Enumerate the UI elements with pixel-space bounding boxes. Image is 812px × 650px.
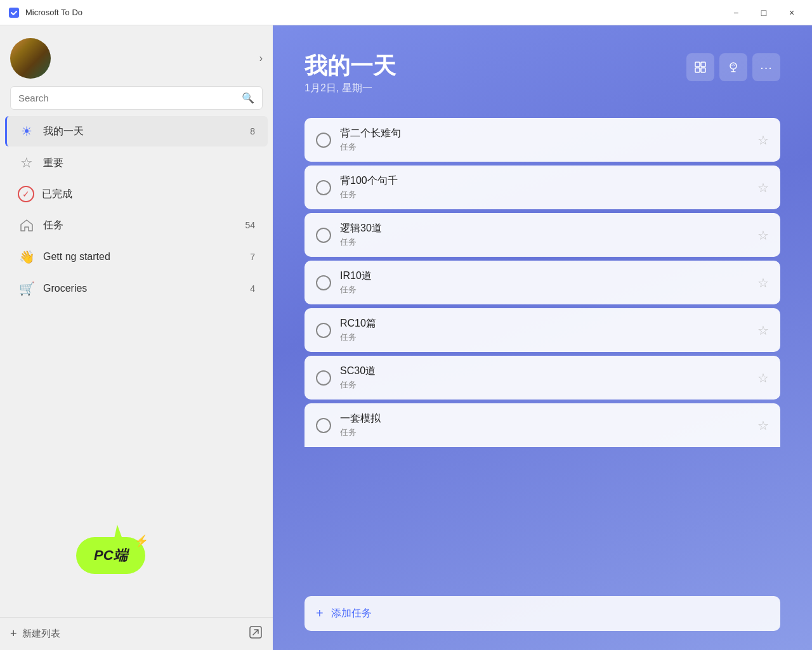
page-subtitle: 1月2日, 星期一 bbox=[304, 82, 686, 95]
svg-rect-4 bbox=[695, 68, 700, 72]
table-row[interactable]: 一套模拟 任务 ☆ bbox=[304, 403, 780, 447]
task-title-4: IR10道 bbox=[340, 270, 749, 283]
sidebar-item-label-getting-started: Gett ng started bbox=[43, 251, 250, 263]
sidebar-item-count-my-day: 8 bbox=[250, 126, 255, 136]
table-row[interactable]: 逻辑30道 任务 ☆ bbox=[304, 213, 780, 257]
sidebar-item-label-completed: 已完成 bbox=[42, 188, 255, 201]
task-star-1[interactable]: ☆ bbox=[757, 133, 769, 148]
task-info-6: SC30道 任务 bbox=[340, 365, 749, 391]
new-list-button[interactable]: + 新建列表 bbox=[10, 627, 60, 640]
suggest-button[interactable] bbox=[719, 53, 747, 81]
task-checkbox-4[interactable] bbox=[316, 275, 331, 290]
lightning-icon: ⚡ bbox=[134, 534, 148, 548]
app-logo-icon bbox=[8, 6, 20, 19]
task-subtitle-6: 任务 bbox=[340, 379, 749, 391]
window-controls: − □ × bbox=[723, 3, 804, 22]
sidebar-item-label-tasks: 任务 bbox=[43, 219, 245, 232]
sun-icon: ☀ bbox=[18, 122, 36, 140]
search-bar[interactable]: 🔍 bbox=[10, 86, 263, 110]
task-info-3: 逻辑30道 任务 bbox=[340, 222, 749, 248]
task-title-7: 一套模拟 bbox=[340, 412, 749, 426]
minimize-button[interactable]: − bbox=[723, 3, 749, 22]
sidebar-item-completed[interactable]: ✓ 已完成 bbox=[5, 179, 268, 209]
task-title-5: RC10篇 bbox=[340, 317, 749, 330]
svg-rect-0 bbox=[9, 8, 19, 18]
task-checkbox-6[interactable] bbox=[316, 370, 331, 386]
sidebar-item-important[interactable]: ☆ 重要 bbox=[5, 148, 268, 178]
cart-icon: 🛒 bbox=[18, 280, 36, 297]
task-star-2[interactable]: ☆ bbox=[757, 180, 769, 195]
svg-rect-2 bbox=[695, 62, 700, 67]
task-checkbox-2[interactable] bbox=[316, 180, 331, 195]
sidebar-item-label-groceries: Groceries bbox=[43, 283, 250, 294]
svg-point-6 bbox=[730, 63, 737, 69]
profile-expand-icon[interactable]: › bbox=[259, 53, 263, 64]
task-info-7: 一套模拟 任务 bbox=[340, 412, 749, 438]
task-info-2: 背100个句千 任务 bbox=[340, 174, 749, 200]
task-star-6[interactable]: ☆ bbox=[757, 370, 769, 386]
add-task-bar[interactable]: + 添加任务 bbox=[304, 596, 780, 631]
new-list-label: 新建列表 bbox=[22, 628, 60, 640]
annotation-text: PC端 bbox=[94, 547, 128, 563]
page-title: 我的一天 bbox=[304, 51, 686, 82]
app-title: Microsoft To Do bbox=[25, 8, 723, 17]
task-subtitle-4: 任务 bbox=[340, 284, 749, 296]
task-star-5[interactable]: ☆ bbox=[757, 323, 769, 338]
task-star-4[interactable]: ☆ bbox=[757, 275, 769, 290]
task-checkbox-5[interactable] bbox=[316, 323, 331, 338]
table-row[interactable]: 背二个长难句 任务 ☆ bbox=[304, 118, 780, 162]
task-title-1: 背二个长难句 bbox=[340, 127, 749, 140]
sidebar: › 🔍 ☀ 我的一天 8 ☆ 重要 ✓ 已完成 bbox=[0, 25, 273, 650]
table-row[interactable]: RC10篇 任务 ☆ bbox=[304, 308, 780, 352]
task-subtitle-1: 任务 bbox=[340, 141, 749, 153]
close-button[interactable]: × bbox=[779, 3, 804, 22]
app-container: › 🔍 ☀ 我的一天 8 ☆ 重要 ✓ 已完成 bbox=[0, 25, 812, 650]
main-header: 我的一天 1月2日, 星期一 bbox=[304, 51, 780, 113]
add-task-icon: + bbox=[316, 606, 324, 621]
task-checkbox-7[interactable] bbox=[316, 418, 331, 433]
task-star-7[interactable]: ☆ bbox=[757, 418, 769, 433]
plus-icon: + bbox=[10, 627, 17, 640]
title-bar: Microsoft To Do − □ × bbox=[0, 0, 812, 25]
star-icon: ☆ bbox=[18, 154, 36, 172]
table-row[interactable]: IR10道 任务 ☆ bbox=[304, 261, 780, 304]
home-icon bbox=[18, 216, 36, 234]
table-row[interactable]: SC30道 任务 ☆ bbox=[304, 356, 780, 400]
task-list: 背二个长难句 任务 ☆ 背100个句千 任务 ☆ 逻辑30道 任务 bbox=[304, 118, 780, 591]
task-star-3[interactable]: ☆ bbox=[757, 228, 769, 243]
task-title-6: SC30道 bbox=[340, 365, 749, 378]
user-profile: › bbox=[0, 25, 273, 86]
task-subtitle-3: 任务 bbox=[340, 237, 749, 248]
wave-icon: 👋 bbox=[18, 248, 36, 266]
export-icon[interactable] bbox=[249, 625, 263, 642]
add-task-label: 添加任务 bbox=[331, 607, 372, 620]
more-button[interactable]: ··· bbox=[752, 53, 780, 81]
avatar[interactable] bbox=[10, 38, 51, 79]
search-input[interactable] bbox=[18, 93, 242, 103]
task-subtitle-7: 任务 bbox=[340, 427, 749, 438]
sidebar-item-count-tasks: 54 bbox=[245, 220, 255, 230]
task-title-2: 背100个句千 bbox=[340, 174, 749, 188]
maximize-button[interactable]: □ bbox=[751, 3, 776, 22]
sidebar-item-groceries[interactable]: 🛒 Groceries 4 bbox=[5, 273, 268, 304]
sidebar-item-label-important: 重要 bbox=[43, 157, 255, 170]
sidebar-item-tasks[interactable]: 任务 54 bbox=[5, 210, 268, 240]
sidebar-item-my-day[interactable]: ☀ 我的一天 8 bbox=[5, 116, 268, 146]
task-subtitle-5: 任务 bbox=[340, 332, 749, 343]
table-row[interactable]: 背100个句千 任务 ☆ bbox=[304, 166, 780, 209]
sidebar-item-count-groceries: 4 bbox=[250, 283, 255, 294]
task-info-1: 背二个长难句 任务 bbox=[340, 127, 749, 153]
search-icon: 🔍 bbox=[242, 92, 254, 104]
task-subtitle-2: 任务 bbox=[340, 189, 749, 200]
sidebar-footer: + 新建列表 bbox=[0, 617, 273, 650]
task-title-3: 逻辑30道 bbox=[340, 222, 749, 235]
layout-button[interactable] bbox=[686, 53, 714, 81]
svg-rect-5 bbox=[701, 68, 705, 72]
task-checkbox-1[interactable] bbox=[316, 133, 331, 148]
task-info-4: IR10道 任务 bbox=[340, 270, 749, 296]
sidebar-item-label-my-day: 我的一天 bbox=[43, 125, 250, 138]
task-checkbox-3[interactable] bbox=[316, 228, 331, 243]
checkmark-circle-icon: ✓ bbox=[18, 186, 34, 202]
sidebar-item-getting-started[interactable]: 👋 Gett ng started 7 bbox=[5, 242, 268, 272]
pc-annotation: PC端 ⚡ bbox=[76, 537, 145, 574]
